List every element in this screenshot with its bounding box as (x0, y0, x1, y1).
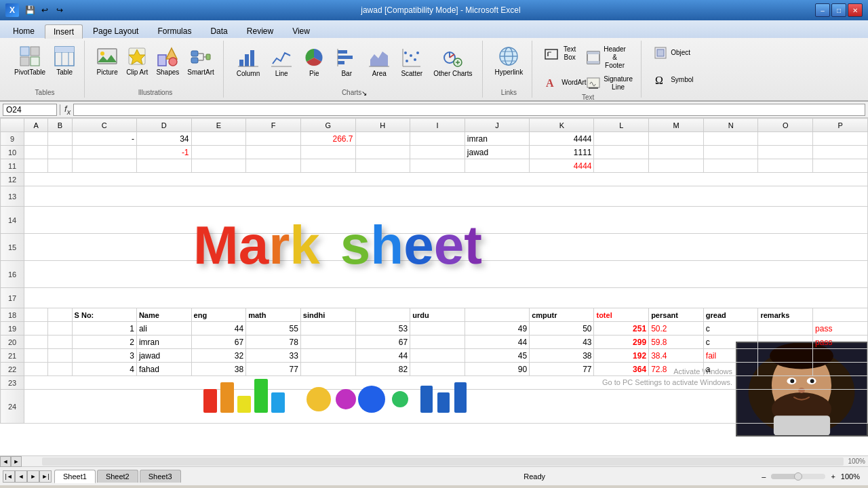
cell-I20[interactable] (410, 336, 465, 349)
cell-O22[interactable] (758, 363, 813, 376)
cell-M22[interactable]: 72.8 (649, 363, 704, 376)
maximize-button[interactable]: □ (831, 3, 846, 17)
cell-C20[interactable]: 2 (72, 336, 136, 349)
cell-M18[interactable]: persant (649, 308, 704, 322)
tab-review[interactable]: Review (238, 24, 282, 38)
cell-I19[interactable] (410, 322, 465, 336)
cell-E19[interactable]: 44 (191, 322, 246, 336)
cell-K22[interactable]: 77 (530, 363, 594, 376)
cell-D9[interactable]: 34 (136, 132, 191, 146)
cell-J10[interactable]: jawad (465, 146, 529, 159)
cell-M21[interactable]: 38.4 (649, 349, 704, 363)
line-chart-button[interactable]: Line (266, 43, 297, 81)
cell-D21[interactable]: jawad (136, 349, 191, 363)
cell-O9[interactable] (758, 132, 813, 146)
scroll-right-button[interactable]: ► (11, 456, 22, 467)
cell-P10[interactable] (813, 146, 868, 159)
cell-E18[interactable]: eng (191, 308, 246, 322)
cell-P21[interactable] (813, 349, 868, 363)
cell-E10[interactable] (191, 146, 246, 159)
cell-N18[interactable]: gread (703, 308, 758, 322)
cell-N11[interactable] (703, 159, 758, 173)
cell-B20[interactable] (48, 336, 72, 349)
name-box[interactable] (3, 104, 57, 116)
undo-button[interactable]: ↩ (38, 3, 52, 17)
cell-P20[interactable]: pass (813, 336, 868, 349)
minimize-button[interactable]: – (815, 3, 830, 17)
cell-A21[interactable] (24, 349, 48, 363)
hyperlink-button[interactable]: Hyperlink (491, 43, 526, 79)
wordart-button[interactable]: A WordArt (540, 73, 581, 92)
cell-D20[interactable]: imran (136, 336, 191, 349)
cell-M19[interactable]: 50.2 (649, 322, 704, 336)
cell-P9[interactable] (813, 132, 868, 146)
cell-C9[interactable]: - (72, 132, 136, 146)
cell-M10[interactable] (649, 146, 704, 159)
sheet-nav-prev[interactable]: ◄ (15, 470, 27, 483)
horizontal-scroll-track[interactable] (42, 458, 844, 466)
cell-H18[interactable] (355, 308, 410, 322)
cell-O21[interactable] (758, 349, 813, 363)
cell-I9[interactable] (410, 132, 465, 146)
cell-I22[interactable] (410, 363, 465, 376)
cell-N19[interactable]: c (703, 322, 758, 336)
cell-B11[interactable] (48, 159, 72, 173)
cell-P11[interactable] (813, 159, 868, 173)
cell-K18[interactable]: cmputr (530, 308, 594, 322)
cell-E9[interactable] (191, 132, 246, 146)
cell-I10[interactable] (410, 146, 465, 159)
cell-B9[interactable] (48, 132, 72, 146)
cell-O19[interactable] (758, 322, 813, 336)
cell-H9[interactable] (355, 132, 410, 146)
zoom-slider-thumb[interactable] (794, 472, 802, 481)
cell-L19[interactable]: 251 (594, 322, 649, 336)
cell-H22[interactable]: 82 (355, 363, 410, 376)
cell-B10[interactable] (48, 146, 72, 159)
cell-E20[interactable]: 67 (191, 336, 246, 349)
cell-N21[interactable]: fail (703, 349, 758, 363)
object-button[interactable]: Object (650, 43, 694, 62)
cell-N22[interactable]: a (703, 363, 758, 376)
cell-E21[interactable]: 32 (191, 349, 246, 363)
cell-row23[interactable] (24, 376, 868, 390)
cell-I11[interactable] (410, 159, 465, 173)
tab-data[interactable]: Data (201, 24, 236, 38)
cell-F18[interactable]: math (246, 308, 301, 322)
cell-A19[interactable] (24, 322, 48, 336)
clip-art-button[interactable]: Clip Art (123, 43, 151, 79)
smartart-button[interactable]: SmartArt (184, 43, 217, 79)
cell-K19[interactable]: 50 (530, 322, 594, 336)
cell-K11[interactable]: 4444 (530, 159, 594, 173)
cell-P19[interactable]: pass (813, 322, 868, 336)
cell-D10[interactable]: -1 (136, 146, 191, 159)
sheet-tab-3[interactable]: Sheet3 (140, 470, 181, 483)
cell-row14[interactable] (24, 207, 868, 234)
redo-button[interactable]: ↪ (53, 3, 66, 17)
cell-C10[interactable] (72, 146, 136, 159)
cell-G11[interactable] (300, 159, 355, 173)
formula-input[interactable] (73, 104, 865, 116)
cell-H21[interactable]: 44 (355, 349, 410, 363)
cell-L20[interactable]: 299 (594, 336, 649, 349)
tab-home[interactable]: Home (4, 24, 43, 38)
cell-M20[interactable]: 59.8 (649, 336, 704, 349)
cell-J18[interactable] (465, 308, 529, 322)
cell-P18[interactable] (813, 308, 868, 322)
tab-insert[interactable]: Insert (45, 24, 83, 39)
cell-G9[interactable]: 266.7 (300, 132, 355, 146)
cell-D18[interactable]: Name (136, 308, 191, 322)
pie-chart-button[interactable]: Pie (298, 43, 330, 81)
cell-K9[interactable]: 4444 (530, 132, 594, 146)
cell-H19[interactable]: 53 (355, 322, 410, 336)
tab-formulas[interactable]: Formulas (149, 24, 200, 38)
cell-M11[interactable] (649, 159, 704, 173)
cell-D11[interactable] (136, 159, 191, 173)
column-chart-button[interactable]: Column (232, 43, 264, 81)
save-button[interactable]: 💾 (23, 3, 37, 17)
cell-J21[interactable]: 45 (465, 349, 529, 363)
text-box-button[interactable]: Text Box (540, 43, 581, 64)
cell-J11[interactable] (465, 159, 529, 173)
cell-row17[interactable] (24, 288, 868, 308)
cell-O10[interactable] (758, 146, 813, 159)
cell-K10[interactable]: 1111 (530, 146, 594, 159)
